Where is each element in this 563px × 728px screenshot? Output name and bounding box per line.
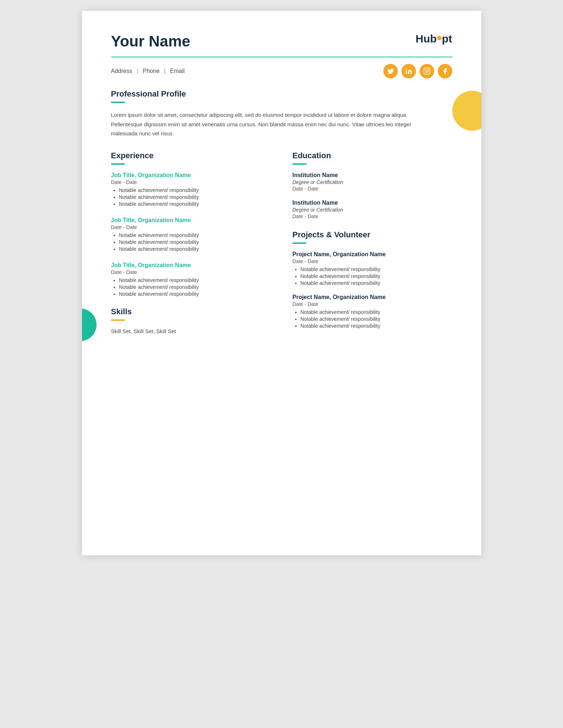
institution-1: Institution Name bbox=[293, 172, 452, 179]
resume-name: Your Name bbox=[111, 33, 191, 50]
header-divider bbox=[111, 57, 452, 57]
experience-section: Experience Job Title, Organization Name … bbox=[111, 151, 271, 297]
sep-2: | bbox=[164, 68, 166, 74]
project-date-2: Date - Date bbox=[293, 301, 452, 307]
project-entry-2: Project Name, Organization Name Date - D… bbox=[293, 294, 452, 329]
job-achievements-3: Notable achievement/ responsibility Nota… bbox=[111, 277, 271, 297]
facebook-icon[interactable] bbox=[438, 64, 452, 78]
svg-point-3 bbox=[428, 69, 429, 70]
skills-text: Skill Set, Skill Set, Skill Set bbox=[111, 328, 271, 334]
contact-phone: Phone bbox=[143, 68, 159, 74]
profile-section: Professional Profile Lorem ipsum dolor s… bbox=[111, 89, 452, 138]
job-date-3: Date - Date bbox=[111, 269, 271, 275]
job-achievements-2: Notable achievement/ responsibility Nota… bbox=[111, 232, 271, 252]
experience-title: Experience bbox=[111, 151, 271, 160]
deco-yellow-circle bbox=[452, 91, 481, 131]
job-title-1: Job Title, Organization Name bbox=[111, 172, 271, 179]
achievement-3-3: Notable achievement/ responsibility bbox=[119, 291, 271, 297]
contact-address: Address bbox=[111, 68, 132, 74]
skills-section: Skills Skill Set, Skill Set, Skill Set bbox=[111, 307, 271, 334]
hubspot-text-1: Hub bbox=[416, 33, 437, 45]
social-icons bbox=[383, 64, 452, 78]
col-right: Education Institution Name Degree or Cer… bbox=[293, 151, 452, 340]
proj-achievement-1-1: Notable achievement/ responsibility bbox=[301, 266, 452, 272]
resume-page: Your Name Hubpt Address | Phone | Email bbox=[82, 11, 481, 555]
achievement-3-2: Notable achievement/ responsibility bbox=[119, 284, 271, 290]
col-left: Experience Job Title, Organization Name … bbox=[111, 151, 271, 340]
education-title: Education bbox=[293, 151, 452, 160]
projects-underline bbox=[293, 242, 306, 244]
project-date-1: Date - Date bbox=[293, 258, 452, 264]
achievement-2-1: Notable achievement/ responsibility bbox=[119, 232, 271, 238]
education-section: Education Institution Name Degree or Cer… bbox=[293, 151, 452, 219]
job-date-2: Date - Date bbox=[111, 224, 271, 230]
profile-title: Professional Profile bbox=[111, 89, 452, 99]
achievement-3-1: Notable achievement/ responsibility bbox=[119, 277, 271, 283]
hubspot-dot bbox=[437, 36, 441, 40]
svg-point-0 bbox=[405, 68, 407, 69]
twitter-icon[interactable] bbox=[383, 64, 398, 78]
two-col-layout: Experience Job Title, Organization Name … bbox=[111, 151, 452, 340]
skills-underline bbox=[111, 319, 125, 321]
project-achievements-1: Notable achievement/ responsibility Nota… bbox=[293, 266, 452, 286]
degree-2: Degree or Certification bbox=[293, 207, 452, 213]
edu-date-2: Date - Date bbox=[293, 213, 452, 219]
profile-text: Lorem ipsum dolor sit amet, consectetur … bbox=[111, 110, 438, 138]
proj-achievement-2-3: Notable achievement/ responsibility bbox=[301, 323, 452, 329]
hubspot-text-3: t bbox=[449, 33, 452, 45]
projects-title: Projects & Volunteer bbox=[293, 230, 452, 240]
job-entry-2: Job Title, Organization Name Date - Date… bbox=[111, 217, 271, 252]
job-title-3: Job Title, Organization Name bbox=[111, 262, 271, 269]
hubspot-logo: Hubpt bbox=[416, 33, 452, 45]
achievement-2-2: Notable achievement/ responsibility bbox=[119, 239, 271, 245]
project-title-2: Project Name, Organization Name bbox=[293, 294, 452, 300]
achievement-1-3: Notable achievement/ responsibility bbox=[119, 201, 271, 207]
sep-1: | bbox=[137, 68, 138, 74]
instagram-icon[interactable] bbox=[420, 64, 434, 78]
job-title-2: Job Title, Organization Name bbox=[111, 217, 271, 224]
svg-point-2 bbox=[425, 70, 428, 73]
skills-title: Skills bbox=[111, 307, 271, 316]
achievement-2-3: Notable achievement/ responsibility bbox=[119, 246, 271, 252]
job-entry-1: Job Title, Organization Name Date - Date… bbox=[111, 172, 271, 207]
job-date-1: Date - Date bbox=[111, 179, 271, 185]
proj-achievement-1-3: Notable achievement/ responsibility bbox=[301, 280, 452, 286]
degree-1: Degree or Certification bbox=[293, 179, 452, 185]
linkedin-icon[interactable] bbox=[401, 64, 416, 78]
header: Your Name Hubpt bbox=[111, 33, 452, 50]
job-entry-3: Job Title, Organization Name Date - Date… bbox=[111, 262, 271, 297]
education-underline bbox=[293, 163, 306, 165]
contact-email: Email bbox=[170, 68, 185, 74]
deco-teal-blob bbox=[82, 308, 97, 341]
job-achievements-1: Notable achievement/ responsibility Nota… bbox=[111, 187, 271, 207]
achievement-1-1: Notable achievement/ responsibility bbox=[119, 187, 271, 193]
contact-info: Address | Phone | Email bbox=[111, 68, 185, 74]
project-achievements-2: Notable achievement/ responsibility Nota… bbox=[293, 309, 452, 329]
edu-entry-2: Institution Name Degree or Certification… bbox=[293, 200, 452, 219]
proj-achievement-2-1: Notable achievement/ responsibility bbox=[301, 309, 452, 315]
svg-rect-1 bbox=[424, 68, 430, 74]
experience-underline bbox=[111, 163, 125, 165]
contact-row: Address | Phone | Email bbox=[111, 64, 452, 78]
profile-underline bbox=[111, 102, 125, 103]
project-entry-1: Project Name, Organization Name Date - D… bbox=[293, 251, 452, 286]
projects-section: Projects & Volunteer Project Name, Organ… bbox=[293, 230, 452, 329]
edu-entry-1: Institution Name Degree or Certification… bbox=[293, 172, 452, 192]
proj-achievement-2-2: Notable achievement/ responsibility bbox=[301, 316, 452, 322]
edu-date-1: Date - Date bbox=[293, 186, 452, 192]
project-title-1: Project Name, Organization Name bbox=[293, 251, 452, 258]
hubspot-text-2: p bbox=[442, 33, 448, 45]
proj-achievement-1-2: Notable achievement/ responsibility bbox=[301, 273, 452, 279]
institution-2: Institution Name bbox=[293, 200, 452, 206]
achievement-1-2: Notable achievement/ responsibility bbox=[119, 194, 271, 200]
